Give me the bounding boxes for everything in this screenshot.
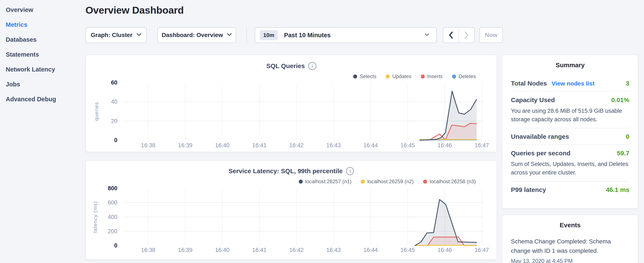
service-latency-sql-99th-percentile-plot[interactable]: 16:3816:3916:4016:4116:4216:4316:4416:45… — [86, 161, 498, 260]
event-timestamp: May 13, 2020 at 4:45 PM — [511, 258, 629, 263]
info-icon[interactable]: i — [308, 62, 316, 70]
legend-label: localhost:26258 (n3) — [430, 178, 476, 184]
sql-queries-title: SQL Queries — [266, 62, 305, 70]
service-latency-chart-card: 16:3816:3916:4016:4116:4216:4316:4416:45… — [86, 160, 497, 260]
summary-panel: Summary Total NodesView nodes list3Capac… — [502, 55, 638, 209]
sidebar-item-network-latency[interactable]: Network Latency — [6, 63, 85, 78]
sidebar-nav-list: OverviewMetricsDatabasesStatementsNetwor… — [0, 0, 85, 107]
x-tick-label: 16:44 — [363, 142, 378, 149]
x-tick-label: 16:42 — [289, 247, 304, 253]
legend-item-inserts[interactable]: Inserts — [421, 73, 443, 79]
event-text: Schema Change Completed: Schema change w… — [511, 237, 629, 255]
y-tick-label: 0 — [114, 137, 117, 143]
time-range-badge: 10m — [260, 30, 278, 40]
legend-item-deletes[interactable]: Deletes — [452, 73, 476, 79]
page-title: Overview Dashboard — [86, 4, 184, 16]
page-root: OverviewMetricsDatabasesStatementsNetwor… — [0, 0, 644, 263]
y-tick-label: 800 — [108, 185, 117, 191]
y-tick-label: 40 — [111, 99, 117, 105]
service-latency-sql-99th-percentile-legend: localhost:26257 (n1)localhost:26259 (n2)… — [299, 178, 476, 184]
y-tick-label: 600 — [108, 199, 117, 206]
summary-row-value: 3 — [626, 80, 629, 87]
sidebar-item-advanced-debug[interactable]: Advanced Debug — [6, 92, 85, 107]
service-latency-sql-99th-percentile-title: Service Latency: SQL, 99th percentile — [228, 167, 343, 175]
summary-row-value: 0.01% — [611, 96, 629, 104]
next-time-button[interactable] — [458, 28, 474, 43]
info-icon[interactable]: i — [346, 167, 354, 175]
sidebar-item-metrics[interactable]: Metrics — [6, 18, 85, 33]
x-tick-label: 16:46 — [438, 142, 452, 149]
x-tick-label: 16:45 — [400, 142, 415, 149]
x-tick-label: 16:38 — [141, 142, 156, 149]
summary-row-value: 59.7 — [617, 150, 629, 157]
summary-row-description: Sum of Selects, Updates, Inserts, and De… — [511, 160, 629, 177]
legend-label: Deletes — [458, 73, 476, 79]
legend-label: Selects — [360, 73, 376, 79]
x-tick-label: 16:39 — [178, 142, 193, 149]
x-tick-label: 16:40 — [215, 142, 230, 149]
view-nodes-list-link[interactable]: View nodes list — [552, 80, 594, 87]
chevron-down-icon — [137, 33, 142, 37]
prev-time-button[interactable] — [443, 28, 458, 43]
sidebar-item-databases[interactable]: Databases — [6, 33, 85, 48]
summary-rows: Total NodesView nodes list3Capacity Used… — [511, 75, 629, 198]
x-tick-label: 16:46 — [438, 247, 452, 253]
legend-label: Updates — [392, 73, 411, 79]
x-tick-label: 16:47 — [474, 142, 489, 149]
x-tick-label: 16:45 — [400, 247, 415, 253]
x-tick-label: 16:40 — [215, 247, 230, 253]
y-tick-label: 20 — [111, 118, 117, 124]
legend-dot-icon — [421, 75, 425, 79]
y-tick-label: 0 — [114, 242, 117, 249]
time-step-buttons — [443, 27, 474, 43]
controls-divider — [246, 27, 247, 43]
legend-item-localhost-26259-n2[interactable]: localhost:26259 (n2) — [361, 178, 414, 184]
events-panel: Events Schema Change Completed: Schema c… — [502, 215, 638, 263]
summary-row-unavailable-ranges: Unavailable ranges0 — [511, 128, 629, 144]
dashboard-dropdown[interactable]: Dashboard: Overview — [157, 27, 236, 43]
chevron-down-icon — [227, 33, 232, 37]
legend-item-updates[interactable]: Updates — [386, 73, 411, 79]
legend-dot-icon — [452, 75, 456, 79]
x-tick-label: 16:41 — [252, 142, 266, 149]
graph-scope-dropdown-label: Graph: Cluster — [91, 32, 132, 39]
time-range-label: Past 10 Minutes — [284, 32, 425, 39]
summary-row-total-nodes: Total NodesView nodes list3 — [511, 75, 629, 91]
sidebar-item-overview[interactable]: Overview — [6, 3, 85, 18]
sidebar-item-jobs[interactable]: Jobs — [6, 78, 85, 92]
summary-row-value: 0 — [626, 133, 629, 140]
now-button[interactable]: Now — [480, 27, 503, 43]
y-tick-label: 200 — [108, 228, 117, 234]
summary-row-label: Capacity Used — [511, 96, 555, 104]
summary-row-label: Queries per second — [511, 150, 570, 157]
summary-heading: Summary — [511, 62, 629, 69]
summary-row-label: Total Nodes — [511, 80, 547, 87]
events-list: Schema Change Completed: Schema change w… — [511, 237, 629, 263]
y-axis-unit-label: queries — [94, 102, 99, 121]
y-tick-label: 60 — [111, 79, 117, 86]
legend-dot-icon — [386, 75, 390, 79]
dashboard-dropdown-label: Dashboard: Overview — [162, 32, 223, 39]
summary-row-label: P99 latency — [511, 186, 546, 193]
x-tick-label: 16:39 — [178, 247, 193, 253]
x-tick-label: 16:42 — [289, 142, 304, 149]
graph-scope-dropdown[interactable]: Graph: Cluster — [86, 27, 147, 43]
legend-label: localhost:26259 (n2) — [368, 178, 414, 184]
summary-row-value: 46.1 ms — [606, 186, 629, 193]
sql-queries-legend: SelectsUpdatesInsertsDeletes — [353, 73, 476, 79]
summary-row-label: Unavailable ranges — [511, 133, 569, 140]
time-range-dropdown[interactable]: 10m Past 10 Minutes — [255, 27, 437, 43]
legend-item-localhost-26257-n1[interactable]: localhost:26257 (n1) — [299, 178, 352, 184]
legend-dot-icon — [299, 180, 303, 184]
x-tick-label: 16:43 — [326, 247, 341, 253]
event-item[interactable]: Schema Change Completed: Schema change w… — [511, 237, 629, 263]
y-axis-unit-label: latency (ms) — [92, 201, 98, 233]
sidebar-item-statements[interactable]: Statements — [6, 48, 85, 63]
x-tick-label: 16:47 — [474, 247, 489, 253]
sql-queries-chart-card: 16:3816:3916:4016:4116:4216:4316:4416:45… — [86, 55, 497, 152]
x-tick-label: 16:38 — [141, 247, 156, 253]
y-tick-label: 400 — [108, 214, 117, 220]
legend-item-selects[interactable]: Selects — [353, 73, 376, 79]
legend-item-localhost-26258-n3[interactable]: localhost:26258 (n3) — [423, 178, 476, 184]
events-heading: Events — [511, 221, 629, 229]
